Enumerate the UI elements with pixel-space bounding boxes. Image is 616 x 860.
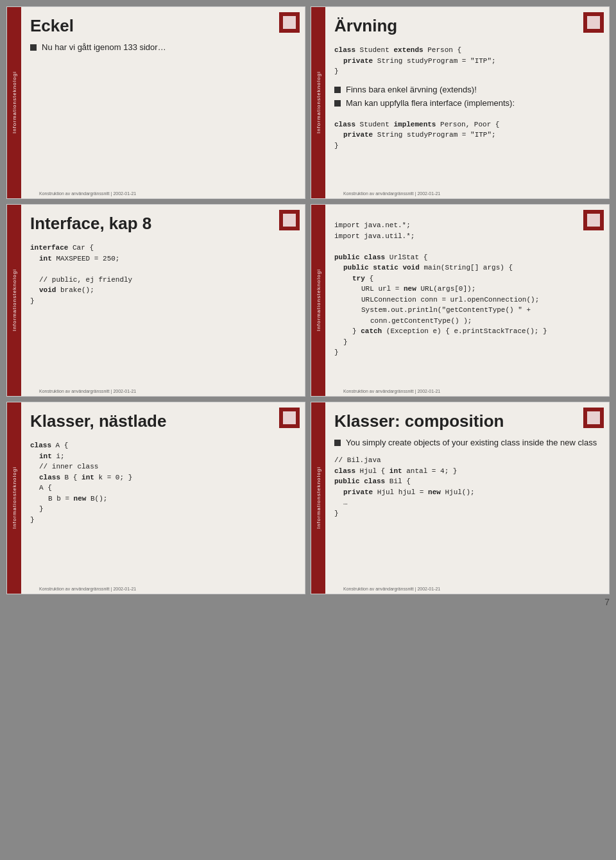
code-line-kn3: // inner class [39,461,296,472]
logo-box-3 [279,210,300,230]
logo-6 [583,408,604,428]
code-line-i1: interface Car { [30,243,296,254]
logo-box-5 [279,408,300,428]
logo-box-6 [583,408,604,428]
code-line-u6: try { [352,273,600,284]
bullet-arvning-text-1: Finns bara enkel ärvning (extends)! [346,85,477,94]
code-line-i6: } [30,296,296,307]
code-line-u7: URL url = new URL(args[0]); [361,284,600,295]
code-line-kn5: A { [39,483,296,494]
slides-grid: Informationsteknologi Eckel Nu har vi gå… [6,6,610,594]
code-line-a1: class Student extends Person { [334,45,600,56]
code-line-a4: class Student implements Person, Poor { [334,119,600,130]
code-line-i4: // public, ej friendly [39,275,296,286]
bullet-icon-a2 [334,100,341,107]
code-arvning-2: class Student implements Person, Poor { … [334,119,600,151]
footer-6: Konstruktion av användargränssnitt | 200… [343,587,440,591]
code-line-c5: … [343,497,600,508]
code-line-kn8: } [30,515,296,526]
code-line-kn2: int i; [39,451,296,462]
bullet-composition-text-1: You simply create objects of your existi… [346,438,597,447]
footer-1: Konstruktion av användargränssnitt | 200… [39,191,136,196]
logo-1 [279,12,300,33]
code-line-i3 [30,264,296,275]
sidebar-label-5: Informationsteknologi [12,467,17,529]
code-interface: interface Car { int MAXSPEED = 250; // p… [30,243,296,306]
logo-box-1 [279,12,300,33]
code-line-c1: // Bil.java [334,455,600,466]
footer-4: Konstruktion av användargränssnitt | 200… [343,389,440,393]
bullet-icon-a1 [334,87,341,93]
code-line-i5: void brake(); [39,285,296,296]
slide-sidebar-6: Informationsteknologi [311,402,325,594]
code-line-u9: System.out.println("getContentType() " + [361,305,600,316]
logo-5 [279,408,300,428]
logo-inner-4 [587,214,600,227]
slide-sidebar-4: Informationsteknologi [311,205,325,396]
footer-2: Konstruktion av användargränssnitt | 200… [343,191,440,196]
logo-2 [583,12,604,33]
slide-interface: Informationsteknologi Interface, kap 8 i… [6,204,305,397]
code-klasser-nastlade: class A { int i; // inner class class B … [30,440,296,525]
logo-4 [583,210,604,230]
code-line-c2: class Hjul { int antal = 4; } [334,466,600,477]
code-line-kn6: B b = new B(); [48,494,296,504]
sidebar-label-3: Informationsteknologi [12,269,17,331]
title-arvning: Ärvning [334,16,600,36]
bullet-icon-c1 [334,440,341,446]
slide-urlstat: Informationsteknologi import java.net.*;… [311,204,610,397]
code-composition: // Bil.java class Hjul { int antal = 4; … [334,455,600,519]
code-line-kn1: class A { [30,440,296,451]
page-number: 7 [6,594,610,610]
title-interface: Interface, kap 8 [30,214,296,234]
code-line-u12: } [343,337,600,348]
code-line-u8: URLConnection conn = url.openConnection(… [361,295,600,305]
logo-inner-3 [283,214,296,227]
code-line-kn7: } [39,504,296,515]
code-line-i2: int MAXSPEED = 250; [39,254,296,264]
slide-content-interface: Interface, kap 8 interface Car { int MAX… [21,205,305,396]
slide-content-urlstat: import java.net.*; import java.util.*; p… [325,205,609,396]
sidebar-label-6: Informationsteknologi [316,467,321,529]
slide-content-eckel: Eckel Nu har vi gått igenom 133 sidor… K… [21,7,305,198]
sidebar-label-4: Informationsteknologi [316,269,321,331]
logo-inner-1 [283,16,296,29]
slide-content-klasser-composition: Klasser: composition You simply create o… [325,402,609,594]
bullet-arvning-text-2: Man kan uppfylla flera interface (implem… [346,98,515,108]
slide-content-arvning: Ärvning class Student extends Person { p… [325,7,609,198]
bullet-arvning-1: Finns bara enkel ärvning (extends)! [334,85,600,94]
code-line-u4: public class UrlStat { [334,252,600,263]
bullet-eckel-1: Nu har vi gått igenom 133 sidor… [30,42,296,52]
code-line-u13: } [334,347,600,358]
title-eckel: Eckel [30,16,296,36]
sidebar-label-1: Informationsteknologi [12,71,17,133]
code-line-a5: private String studyProgram = "ITP"; [343,130,600,141]
bullet-composition-1: You simply create objects of your existi… [334,438,600,447]
slide-sidebar-2: Informationsteknologi [311,7,325,198]
slide-eckel: Informationsteknologi Eckel Nu har vi gå… [6,6,305,199]
code-line-c3: public class Bil { [334,476,600,487]
footer-3: Konstruktion av användargränssnitt | 200… [39,389,136,393]
slide-sidebar-5: Informationsteknologi [7,402,21,594]
logo-3 [279,210,300,230]
slide-content-klasser-nastlade: Klasser, nästlade class A { int i; // in… [21,402,305,594]
code-line-c4: private Hjul hjul = new Hjul(); [343,487,600,498]
logo-inner-5 [283,411,296,424]
code-line-a3: } [334,66,600,77]
slide-arvning: Informationsteknologi Ärvning class Stud… [311,6,610,199]
code-urlstat: import java.net.*; import java.util.*; p… [334,220,600,358]
code-line-kn4: class B { int k = 0; } [39,472,296,483]
code-line-u5: public static void main(String[] args) { [343,262,600,273]
code-line-a2: private String studyProgram = "ITP"; [343,56,600,67]
logo-inner-6 [587,411,600,424]
logo-box-2 [583,12,604,33]
code-line-u1: import java.net.*; [334,220,600,231]
code-line-u2: import java.util.*; [334,231,600,242]
code-line-u10: conn.getContentType() ); [370,316,600,327]
code-line-c6: } [334,508,600,519]
code-line-u3 [334,241,600,252]
slide-sidebar-1: Informationsteknologi [7,7,21,198]
slide-klasser-composition: Informationsteknologi Klasser: compositi… [311,402,610,594]
logo-inner-2 [587,16,600,29]
bullet-text-1: Nu har vi gått igenom 133 sidor… [42,42,166,52]
